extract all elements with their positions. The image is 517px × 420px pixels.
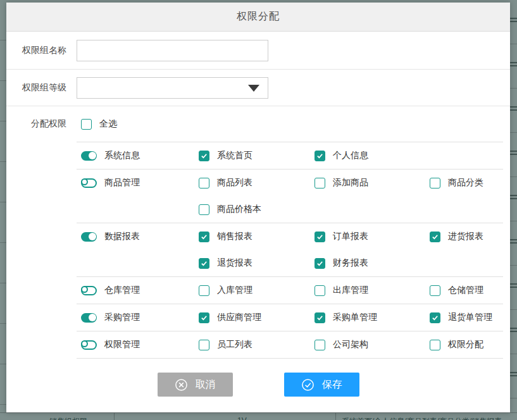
- permission-group-row: 仓库管理入库管理出库管理仓储管理: [77, 276, 503, 304]
- permission-checkbox[interactable]: [315, 285, 325, 296]
- check-icon: [201, 152, 208, 159]
- permission-item: 订单报表: [310, 231, 425, 242]
- permission-item: 出库管理: [310, 285, 425, 296]
- toggle-knob-icon: [89, 314, 96, 321]
- permission-label: 退货单管理: [448, 312, 492, 323]
- toggle-knob-icon: [89, 152, 96, 159]
- dialog-title: 权限分配: [237, 10, 280, 23]
- group-toggle[interactable]: [81, 313, 97, 323]
- permission-label: 仓储管理: [448, 285, 483, 296]
- toggle-knob-icon: [81, 286, 88, 293]
- permission-label: 公司架构: [333, 339, 368, 350]
- screen: 销售组权限 1V 系统首页/个人信息/商品列表/商品分类/销售报表 权限分配 权…: [0, 0, 517, 420]
- permission-item: 采购单管理: [310, 312, 425, 323]
- select-all-wrap: 全选: [81, 118, 117, 130]
- permission-group-header: 仓库管理: [77, 285, 194, 296]
- permission-checkbox[interactable]: [199, 204, 209, 215]
- permission-item: 商品价格本: [194, 204, 310, 215]
- permission-label: 退货报表: [217, 257, 252, 269]
- group-level-label: 权限组等级: [6, 82, 66, 94]
- check-icon: [432, 233, 439, 240]
- permission-label: 商品分类: [448, 177, 483, 188]
- permission-label: 个人信息: [333, 150, 368, 161]
- permission-checkbox[interactable]: [199, 312, 209, 323]
- permission-item: 进货报表: [425, 231, 503, 242]
- background-table-right-edge: [510, 0, 517, 420]
- permission-list: 系统信息系统首页个人信息商品管理商品列表添加商品商品分类商品价格本数据报表销售报…: [77, 142, 503, 359]
- permission-checkbox[interactable]: [315, 258, 325, 269]
- check-icon: [201, 260, 208, 267]
- group-name-input[interactable]: [77, 40, 268, 61]
- group-toggle[interactable]: [81, 232, 97, 242]
- circle-x-icon: [175, 378, 188, 392]
- permission-group-header: 商品管理: [77, 177, 194, 188]
- permission-group-row: 数据报表销售报表订单报表进货报表退货报表财务报表: [77, 223, 503, 276]
- permission-item: 财务报表: [310, 257, 425, 269]
- select-all-checkbox[interactable]: [81, 119, 92, 130]
- permission-item: 员工列表: [194, 339, 310, 350]
- group-name-label: 权限管理: [104, 339, 140, 350]
- group-toggle[interactable]: [81, 151, 97, 161]
- group-toggle[interactable]: [81, 178, 97, 188]
- cancel-button[interactable]: 取消: [158, 373, 233, 397]
- group-toggle[interactable]: [81, 286, 97, 295]
- permission-group-row: 商品管理商品列表添加商品商品分类商品价格本: [77, 169, 503, 223]
- permission-checkbox[interactable]: [430, 285, 440, 296]
- permission-group-row: 采购管理供应商管理采购单管理退货单管理: [77, 304, 503, 331]
- group-level-select[interactable]: [77, 77, 268, 99]
- permission-item: 销售报表: [194, 231, 310, 242]
- toggle-knob-icon: [81, 340, 88, 347]
- group-name-row: 权限组名称: [6, 32, 510, 70]
- group-toggle[interactable]: [81, 340, 97, 350]
- check-icon: [316, 314, 323, 321]
- background-row-text: 销售组权限: [49, 416, 87, 420]
- permission-item: 添加商品: [310, 177, 425, 188]
- permission-checkbox[interactable]: [199, 258, 209, 269]
- permission-checkbox[interactable]: [430, 178, 440, 188]
- background-table-left-edge: [0, 0, 6, 420]
- permission-checkbox[interactable]: [199, 178, 209, 188]
- permission-group-header: 权限管理: [77, 339, 194, 350]
- dropdown-caret-icon: [248, 85, 259, 92]
- dialog-header: 权限分配: [6, 3, 510, 32]
- permission-checkbox[interactable]: [315, 232, 325, 242]
- save-button-label: 保存: [322, 378, 342, 392]
- group-name-label: 采购管理: [104, 312, 140, 323]
- group-name-label: 权限组名称: [6, 45, 66, 56]
- permission-group-row: 系统信息系统首页个人信息: [77, 142, 503, 169]
- permission-item: 个人信息: [310, 150, 425, 161]
- permission-group-header: 系统信息: [77, 150, 194, 161]
- permission-checkbox[interactable]: [315, 151, 325, 161]
- permission-checkbox[interactable]: [430, 232, 440, 242]
- permission-label: 财务报表: [333, 257, 368, 269]
- toggle-knob-icon: [81, 178, 88, 185]
- permission-item: 系统首页: [194, 150, 310, 161]
- permission-checkbox[interactable]: [199, 151, 209, 161]
- permission-label: 添加商品: [333, 177, 368, 188]
- permission-checkbox[interactable]: [430, 340, 440, 350]
- permission-checkbox[interactable]: [199, 340, 209, 350]
- permission-item: 公司架构: [310, 339, 425, 350]
- permission-label: 订单报表: [333, 231, 368, 242]
- permission-checkbox[interactable]: [199, 285, 209, 296]
- permission-label: 采购单管理: [333, 312, 377, 323]
- permission-checkbox[interactable]: [315, 312, 325, 323]
- permission-label: 员工列表: [217, 339, 252, 350]
- circle-check-icon: [301, 378, 315, 392]
- permission-checkbox[interactable]: [430, 312, 440, 323]
- permission-checkbox[interactable]: [199, 232, 209, 242]
- permission-label: 出库管理: [333, 285, 368, 296]
- check-icon: [316, 233, 323, 240]
- permission-group-header: 数据报表: [77, 231, 194, 242]
- group-name-label: 数据报表: [104, 231, 140, 242]
- save-button[interactable]: 保存: [284, 373, 359, 397]
- permission-assign-dialog: 权限分配 权限组名称 权限组等级 分配权限 全选 系统信息系统首页个人信息商品管…: [6, 3, 510, 412]
- permission-group-header: 采购管理: [77, 312, 194, 323]
- permission-item: 权限分配: [425, 339, 503, 350]
- permission-item: 退货报表: [194, 257, 310, 269]
- permission-checkbox[interactable]: [315, 340, 325, 350]
- permission-item: 退货单管理: [425, 312, 503, 323]
- check-icon: [201, 314, 208, 321]
- permission-checkbox[interactable]: [315, 178, 325, 188]
- permission-label: 供应商管理: [217, 312, 261, 323]
